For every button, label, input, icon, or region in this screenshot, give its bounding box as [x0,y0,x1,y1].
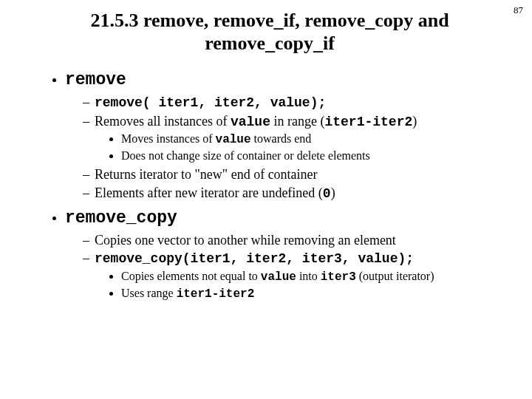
subsublist: Moves instances of value towards end Doe… [95,132,495,163]
desc-line: Removes all instances of value in range … [83,113,495,164]
section-head: remove [65,70,126,89]
list-item: Does not change size of container or del… [121,149,495,163]
slide-body: 21.5.3 remove, remove_if, remove_copy an… [0,0,532,301]
code-text: value [261,270,296,284]
list-item: Copies elements not equal to value into … [121,269,495,284]
code-text: iter1-iter2 [177,287,255,301]
signature-line: remove( iter1, iter2, value); [83,94,495,112]
code-text: iter3 [321,270,356,284]
text: Elements after new iterator are undefine… [95,185,323,200]
text: into [296,270,321,282]
code-text: 0 [323,186,331,201]
text: (output iterator) [356,270,434,282]
text: in range ( [270,114,324,129]
text: Removes all instances of [95,114,231,129]
text: ) [331,185,335,200]
text: towards end [251,132,312,145]
code-text: value [216,133,251,146]
signature-line: remove_copy(iter1, iter2, iter3, value);… [83,250,495,301]
desc-line: Copies one vector to another while remov… [83,232,495,249]
code-text: value [231,115,270,129]
list-item: Moves instances of value towards end [121,132,495,147]
text: Copies one vector to another while remov… [95,233,396,248]
text: Uses range [121,287,177,299]
bullet-list: remove remove( iter1, iter2, value); Rem… [44,69,495,301]
code-text: remove_copy(iter1, iter2, iter3, value); [95,251,414,266]
page-number: 87 [514,4,523,16]
subsublist: Copies elements not equal to value into … [95,269,495,301]
text: Returns iterator to "new" end of contain… [95,167,318,182]
text: Moves instances of [121,132,216,145]
desc-line: Returns iterator to "new" end of contain… [83,166,495,183]
sublist: Copies one vector to another while remov… [65,232,495,301]
code-text: remove( iter1, iter2, value); [95,95,326,110]
sublist: remove( iter1, iter2, value); Removes al… [65,94,495,202]
section-remove-copy: remove_copy Copies one vector to another… [65,208,495,301]
text: Copies elements not equal to [121,270,261,282]
section-head: remove_copy [65,208,177,228]
list-item: Uses range iter1-iter2 [121,286,495,301]
section-remove: remove remove( iter1, iter2, value); Rem… [65,69,495,202]
slide-title: 21.5.3 remove, remove_if, remove_copy an… [44,9,495,55]
text: Does not change size of container or del… [121,149,370,162]
desc-line: Elements after new iterator are undefine… [83,185,495,202]
code-text: iter1-iter2 [324,115,412,129]
text: ) [412,114,417,129]
